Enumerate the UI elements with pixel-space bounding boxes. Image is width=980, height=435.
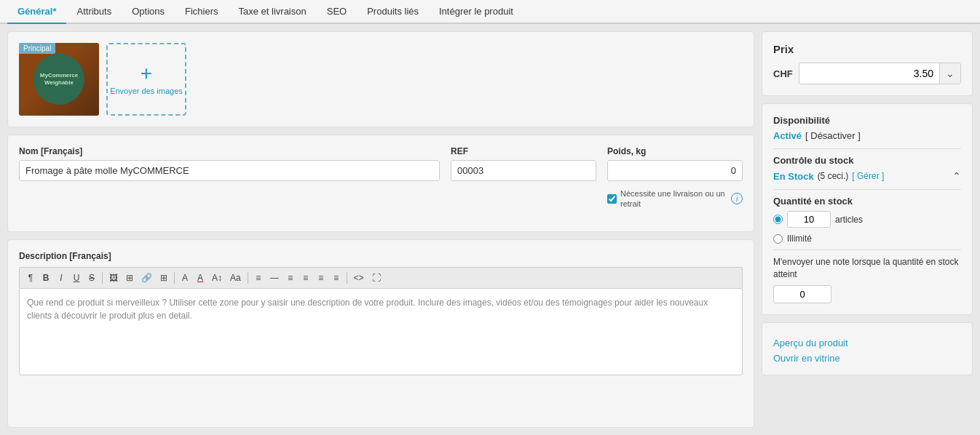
divider-3: [773, 250, 961, 250]
toolbar-color-a[interactable]: A: [178, 271, 191, 286]
price-input[interactable]: [799, 63, 939, 84]
stock-status: En Stock: [773, 171, 814, 182]
weight-input[interactable]: [607, 160, 743, 181]
toolbar-font-size[interactable]: A↕: [209, 271, 225, 286]
toolbar-ul[interactable]: ≡: [284, 271, 297, 286]
toolbar-sep-1: [102, 272, 103, 284]
stock-arrow-icon[interactable]: ⌃: [952, 170, 961, 182]
delivery-checkbox[interactable]: [607, 194, 617, 204]
ref-group: REF: [451, 146, 596, 209]
toolbar-hr[interactable]: —: [267, 271, 282, 286]
left-panel: MyCommerceWeighable Principal + Envoyer …: [7, 31, 754, 428]
tab-options[interactable]: Options: [122, 0, 175, 24]
product-image-container: MyCommerceWeighable Principal: [19, 43, 99, 116]
tab-taxe[interactable]: Taxe et livraison: [229, 0, 317, 24]
upload-label: Envoyer des images: [110, 87, 183, 95]
page-container: Général* Attributs Options Fichiers Taxe…: [0, 0, 980, 435]
toolbar-image[interactable]: 🖼: [106, 271, 121, 286]
toolbar-indent[interactable]: ≡: [315, 271, 328, 286]
toolbar-sep-2: [174, 272, 175, 284]
ref-input[interactable]: [451, 160, 596, 181]
ref-label: REF: [451, 146, 596, 156]
radio-row-articles: articles: [773, 211, 961, 228]
toolbar-source[interactable]: <>: [351, 271, 367, 286]
price-arrow-icon[interactable]: ⌄: [939, 63, 960, 84]
quantite-section: articles Illimité: [773, 211, 961, 244]
weight-group: Poids, kg Nécessite une livraison ou un …: [607, 146, 743, 209]
radio-row-illimite: Illimité: [773, 234, 961, 244]
stock-count: (5 ceci.): [818, 171, 849, 181]
disponibilite-title: Disponibilité: [773, 115, 961, 126]
tabs-bar: Général* Attributs Options Fichiers Taxe…: [0, 0, 980, 24]
radio-articles[interactable]: [773, 215, 783, 224]
description-label: Description [Français]: [19, 251, 743, 261]
right-panel: Prix CHF ⌄ Disponibilité Activé [ Désact…: [762, 31, 973, 428]
toolbar-bold[interactable]: B: [39, 271, 52, 286]
toolbar-align-left[interactable]: ≡: [252, 271, 265, 286]
divider-2: [773, 189, 961, 190]
apercu-link[interactable]: Aperçu du produit: [773, 338, 961, 348]
stock-title: Contrôle du stock: [773, 155, 961, 166]
vitrine-link[interactable]: Ouvrir en vitrine: [773, 353, 961, 364]
form-row-main: Nom [Français] REF Poids, kg Nécessite u…: [19, 146, 743, 209]
tab-fichiers[interactable]: Fichiers: [175, 0, 229, 24]
radio-illimite[interactable]: [773, 234, 783, 244]
qty-unit: articles: [835, 215, 863, 225]
prix-label: Prix: [773, 43, 961, 55]
description-section: Description [Français] ¶ B I U S 🖼 ⊞ 🔗 ⊞…: [7, 239, 754, 428]
editor-toolbar: ¶ B I U S 🖼 ⊞ 🔗 ⊞ A A A↕ Aa ≡: [19, 267, 743, 289]
product-image: MyCommerceWeighable: [19, 43, 99, 116]
stock-row: En Stock (5 ceci.) [ Gérer ] ⌃: [773, 170, 961, 182]
toolbar-italic[interactable]: I: [55, 271, 68, 286]
tab-produits-lies[interactable]: Produits liés: [357, 0, 429, 24]
principal-badge: Principal: [19, 43, 55, 54]
upload-zone[interactable]: + Envoyer des images: [106, 43, 186, 116]
editor-placeholder: Que rend ce produit si merveilleux ? Uti…: [27, 298, 708, 321]
tab-attributs[interactable]: Attributs: [66, 0, 122, 24]
toolbar-case[interactable]: Aa: [227, 271, 244, 286]
toolbar-color-a2[interactable]: A: [194, 271, 207, 286]
bottom-links: Aperçu du produit Ouvrir en vitrine: [773, 338, 961, 364]
name-input[interactable]: [19, 160, 440, 181]
image-section: MyCommerceWeighable Principal + Envoyer …: [7, 31, 754, 127]
toolbar-sep-3: [248, 272, 248, 284]
illimite-label: Illimité: [787, 234, 812, 244]
tab-seo[interactable]: SEO: [317, 0, 357, 24]
form-section: Nom [Français] REF Poids, kg Nécessite u…: [7, 135, 754, 232]
note-input[interactable]: [773, 285, 831, 303]
info-icon[interactable]: i: [731, 193, 743, 204]
name-label: Nom [Français]: [19, 146, 440, 156]
name-group: Nom [Français]: [19, 146, 440, 209]
tab-integrer[interactable]: Intégrer le produit: [429, 0, 523, 24]
toolbar-strikethrough[interactable]: S: [85, 271, 98, 286]
main-content: MyCommerceWeighable Principal + Envoyer …: [0, 24, 980, 435]
availability-row: Activé [ Désactiver ]: [773, 130, 961, 141]
toolbar-outdent[interactable]: ≡: [330, 271, 343, 286]
deactivate-link[interactable]: [ Désactiver ]: [805, 130, 861, 141]
stock-manage-link[interactable]: [ Gérer ]: [852, 171, 884, 181]
toolbar-table[interactable]: ⊞: [123, 271, 136, 286]
delivery-row: Nécessite une livraison ou un retrait i: [607, 188, 743, 209]
toolbar-ol[interactable]: ≡: [299, 271, 312, 286]
disponibilite-card: Disponibilité Activé [ Désactiver ] Cont…: [762, 103, 973, 315]
upload-plus-icon: +: [141, 63, 152, 84]
price-row: CHF ⌄: [773, 63, 961, 84]
toolbar-underline[interactable]: U: [70, 271, 83, 286]
product-image-circle: MyCommerceWeighable: [33, 54, 84, 105]
toolbar-link[interactable]: 🔗: [138, 271, 155, 286]
weight-label: Poids, kg: [607, 146, 743, 156]
price-input-wrap: ⌄: [799, 63, 961, 84]
currency-label: CHF: [773, 68, 793, 79]
tab-general[interactable]: Général*: [7, 0, 66, 24]
divider-1: [773, 148, 961, 149]
editor-area[interactable]: Que rend ce produit si merveilleux ? Uti…: [19, 288, 743, 375]
toolbar-grid[interactable]: ⊞: [157, 271, 170, 286]
quantite-title: Quantité en stock: [773, 196, 961, 207]
toolbar-fullscreen[interactable]: ⛶: [369, 271, 384, 286]
status-active: Activé: [773, 130, 802, 141]
note-label: M'envoyer une note lorsque la quantité e…: [773, 256, 961, 281]
toolbar-paragraph[interactable]: ¶: [24, 271, 37, 286]
delivery-label: Nécessite une livraison ou un retrait: [620, 188, 727, 209]
prix-card: Prix CHF ⌄: [762, 31, 973, 96]
qty-input[interactable]: [787, 211, 831, 228]
